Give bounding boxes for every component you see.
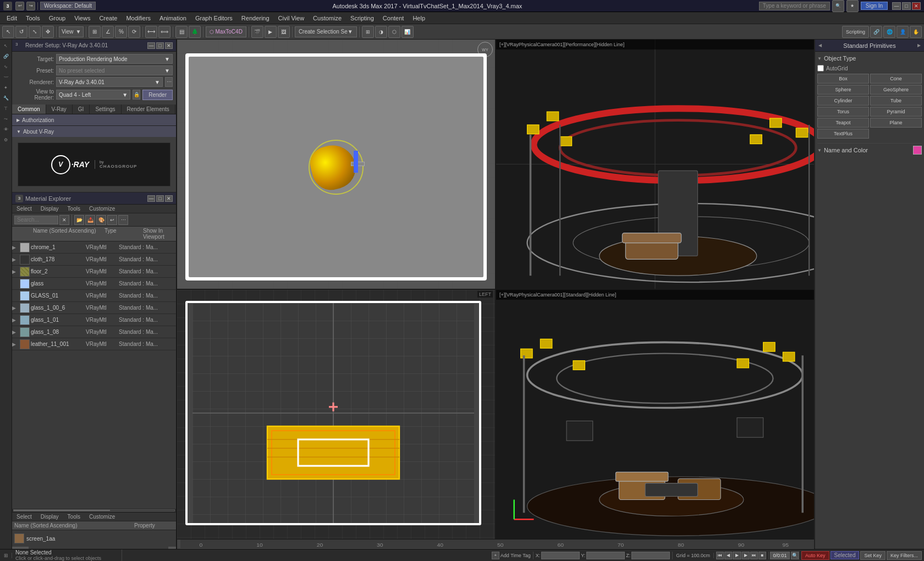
select-tool[interactable]: ↖	[2, 26, 14, 38]
target-dropdown[interactable]: Production Rendering Mode▼	[56, 54, 173, 64]
render-frame-btn[interactable]: 🖼	[278, 26, 290, 38]
search-icon[interactable]: 🔍	[832, 0, 844, 12]
viewport-stats-btn[interactable]: 📊	[402, 26, 414, 38]
search-box[interactable]: Type a keyword or phrase	[759, 2, 830, 10]
icon-display[interactable]: 👁	[1, 124, 11, 134]
obj-btn-teapot[interactable]: Teapot	[817, 118, 869, 128]
view-dropdown[interactable]: View▼	[59, 26, 84, 37]
close-btn[interactable]: ✕	[912, 2, 921, 10]
quick-render-btn[interactable]: ▶	[265, 26, 277, 38]
lock-view-btn[interactable]: 🔒	[133, 90, 140, 100]
expand-leather[interactable]: ▶	[12, 342, 19, 347]
render-setup-btn[interactable]: 🎬	[251, 26, 263, 38]
name-color-swatch[interactable]	[913, 146, 922, 155]
autokey-btn[interactable]: Auto Key	[801, 551, 829, 560]
obj-btn-plane[interactable]: Plane	[870, 118, 922, 128]
icon-modify[interactable]: 🔧	[1, 93, 11, 103]
stop-btn[interactable]: ■	[758, 552, 766, 559]
undo-btn[interactable]: ↩	[15, 2, 24, 10]
viewport-shading-btn[interactable]: ◑	[375, 26, 387, 38]
char-icon[interactable]: 👤	[897, 26, 909, 38]
link-icon[interactable]: 🔗	[870, 26, 882, 38]
render-btn[interactable]: Render	[142, 90, 173, 100]
tab-common[interactable]: Common	[12, 105, 46, 114]
menu-views[interactable]: Views	[70, 14, 95, 23]
render-setup-maximize[interactable]: □	[156, 42, 164, 49]
workspace-dropdown[interactable]: Workspace: Default	[40, 2, 96, 10]
obj-btn-geosphere[interactable]: GeoSphere	[870, 85, 922, 95]
mat-menu-display[interactable]: Display	[36, 205, 63, 213]
mirror-tool[interactable]: ⟷	[145, 26, 157, 38]
key-filters-btn[interactable]: Key Filters...	[887, 551, 922, 560]
menu-civil-view[interactable]: Civil View	[274, 14, 309, 23]
mat-menu-tools[interactable]: Tools	[63, 205, 85, 213]
obj-btn-box[interactable]: Box	[817, 74, 869, 84]
menu-group[interactable]: Group	[45, 14, 70, 23]
prev-key-btn[interactable]: ⏮	[716, 552, 724, 559]
mat-row-glass[interactable]: glass VRayMtl Standard : Ma...	[12, 278, 176, 290]
play-btn[interactable]: ▶	[733, 552, 741, 559]
menu-scripting[interactable]: Scripting	[346, 14, 378, 23]
icon-link[interactable]: 🔗	[1, 51, 11, 61]
mat-row-chrome[interactable]: ▶ chrome_1 VRayMtl Standard : Ma...	[12, 241, 176, 254]
tab-render-elements[interactable]: Render Elements	[122, 105, 175, 114]
autogrid-checkbox[interactable]	[817, 65, 824, 72]
renderer-dropdown[interactable]: V-Ray Adv 3.40.01▼	[56, 77, 163, 87]
mat-options-btn[interactable]: ⋯	[118, 215, 128, 225]
expand-glass100[interactable]: ▶	[12, 305, 19, 311]
obj-btn-textplus[interactable]: TextPlus	[817, 129, 869, 139]
mat-menu-customize[interactable]: Customize	[85, 205, 119, 213]
viewport-wire-btn[interactable]: ⬡	[388, 26, 400, 38]
angle-snap[interactable]: ∠	[102, 26, 114, 38]
y-input[interactable]	[586, 552, 625, 559]
mat-row-leather[interactable]: ▶ leather_11_001 VRayMtl Standard : Ma..…	[12, 338, 176, 350]
timeline-track[interactable]: 0 10 20 30 40 50 60 70 80 90 95	[180, 540, 814, 549]
tab-settings[interactable]: Settings	[90, 105, 121, 114]
mat-explorer-minimize[interactable]: —	[147, 195, 155, 202]
align-tool[interactable]: ⟺	[158, 26, 170, 38]
icon-motion[interactable]: ⤳	[1, 114, 11, 124]
obj-btn-cylinder[interactable]: Cylinder	[817, 96, 869, 106]
menu-create[interactable]: Create	[95, 14, 122, 23]
tab-gi[interactable]: GI	[73, 105, 90, 114]
icon-nurbs[interactable]: 〰	[1, 72, 11, 82]
minimize-btn[interactable]: —	[892, 2, 901, 10]
icon-spline[interactable]: ∿	[1, 62, 11, 72]
mat-row-glass100[interactable]: ▶ glass_1_00_6 VRayMtl Standard : Ma...	[12, 302, 176, 314]
view-render-dropdown[interactable]: Quad 4 - Left▼	[56, 90, 130, 100]
menu-graph-editors[interactable]: Graph Editors	[191, 14, 237, 23]
object-type-header[interactable]: ▼ Object Type	[817, 54, 922, 63]
mat-explorer-close[interactable]: ✕	[165, 195, 173, 202]
snap-toggle[interactable]: ⊞	[89, 26, 101, 38]
sign-in-btn[interactable]: Sign In	[861, 2, 888, 10]
move-tool[interactable]: ✥	[42, 26, 54, 38]
mat-assign-btn[interactable]: 🎨	[96, 215, 106, 225]
menu-tools[interactable]: Tools	[21, 14, 45, 23]
icon-utilities[interactable]: ⚙	[1, 135, 11, 145]
mat-row-floor[interactable]: ▶ floor_2 VRayMtl Standard : Ma...	[12, 266, 176, 278]
redo-btn[interactable]: ↪	[26, 2, 35, 10]
obj-btn-torus[interactable]: Torus	[817, 107, 869, 117]
menu-rendering[interactable]: Rendering	[237, 14, 274, 23]
right-panel-arrow-right[interactable]: ▶	[917, 43, 921, 48]
mat-bottom-select[interactable]: Select	[12, 513, 36, 521]
menu-edit[interactable]: Edit	[2, 14, 21, 23]
expand-floor[interactable]: ▶	[12, 269, 19, 274]
icon-create[interactable]: ✦	[1, 82, 11, 92]
mat-get-mats-btn[interactable]: 📂	[74, 215, 84, 225]
add-time-tag-btn[interactable]: +	[492, 552, 499, 559]
viewport-layout-btn[interactable]: ⊞	[362, 26, 374, 38]
z-input[interactable]	[631, 552, 670, 559]
mat-row-glass01[interactable]: GLASS_01 VRayMtl Standard : Ma...	[12, 290, 176, 302]
mat-bottom-customize[interactable]: Customize	[85, 513, 119, 521]
mat-bottom-display[interactable]: Display	[36, 513, 63, 521]
obj-btn-sphere[interactable]: Sphere	[817, 85, 869, 95]
mat-reset-btn[interactable]: ↩	[107, 215, 117, 225]
obj-btn-cone[interactable]: Cone	[870, 74, 922, 84]
menu-modifiers[interactable]: Modifiers	[122, 14, 155, 23]
mat-row-cloth[interactable]: ▶ cloth_178 VRayMtl Standard : Ma...	[12, 254, 176, 266]
obj-btn-pyramid[interactable]: Pyramid	[870, 107, 922, 117]
mat-delete-btn[interactable]: ✕	[59, 215, 69, 225]
icon-hierarchy[interactable]: ⊤	[1, 103, 11, 113]
nav-gizmo-tl[interactable]: WY	[477, 42, 493, 57]
